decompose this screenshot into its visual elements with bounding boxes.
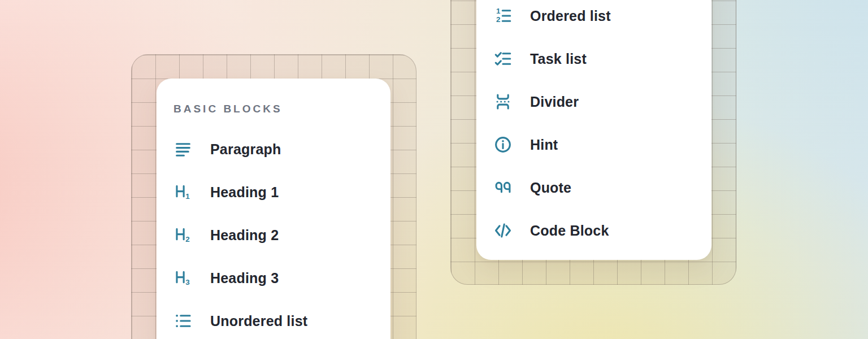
- menu-item-divider[interactable]: Divider: [493, 80, 711, 123]
- quote-icon: [493, 178, 513, 197]
- menu-item-heading-3[interactable]: 3Heading 3: [173, 257, 390, 299]
- ordered-list-icon: 12: [493, 6, 513, 25]
- section-header-basic-blocks: BASIC BLOCKS: [173, 101, 390, 117]
- menu-item-label: Heading 1: [210, 184, 279, 201]
- menu-item-label: Ordered list: [530, 8, 611, 24]
- heading-2-icon: 2: [173, 225, 193, 245]
- heading-1-icon: 1: [173, 182, 193, 202]
- svg-text:1: 1: [185, 192, 190, 201]
- menu-item-ordered-list[interactable]: 12Ordered list: [493, 0, 711, 37]
- menu-item-heading-1[interactable]: 1Heading 1: [173, 171, 390, 214]
- unordered-list-icon: [173, 311, 193, 331]
- menu-item-label: Divider: [530, 94, 579, 110]
- svg-text:3: 3: [185, 278, 189, 286]
- menu-item-unordered-list[interactable]: Unordered list: [173, 299, 390, 339]
- heading-3-icon: 3: [173, 268, 193, 288]
- menu-item-label: Paragraph: [210, 141, 281, 158]
- basic-blocks-menu: BASIC BLOCKS Paragraph1Heading 12Heading…: [157, 79, 390, 339]
- svg-text:2: 2: [496, 15, 500, 24]
- paragraph-icon: [173, 140, 193, 159]
- menu-item-paragraph[interactable]: Paragraph: [173, 128, 390, 171]
- menu-item-heading-2[interactable]: 2Heading 2: [173, 214, 390, 257]
- menu-item-label: Code Block: [530, 223, 609, 239]
- menu-item-task-list[interactable]: Task list: [493, 37, 711, 80]
- menu-items-list: Paragraph1Heading 12Heading 23Heading 3U…: [173, 128, 390, 339]
- menu-item-label: Unordered list: [210, 313, 307, 329]
- code-block-icon: [493, 221, 513, 240]
- menu-item-label: Hint: [530, 137, 558, 153]
- page-background: { "colors":{ "accent_teal":"#2e7f9c", "t…: [0, 0, 868, 339]
- menu-item-label: Heading 2: [210, 227, 279, 244]
- menu-item-label: Task list: [530, 51, 587, 67]
- menu-items-list: 12Ordered listTask listDividerHintQuoteC…: [493, 0, 711, 252]
- menu-item-label: Quote: [530, 180, 571, 196]
- divider-icon: [493, 92, 513, 111]
- hint-icon: [493, 135, 513, 154]
- menu-item-quote[interactable]: Quote: [493, 166, 711, 209]
- svg-text:1: 1: [496, 7, 501, 15]
- menu-item-code-block[interactable]: Code Block: [493, 209, 711, 252]
- task-list-icon: [493, 49, 513, 68]
- menu-item-label: Heading 3: [210, 270, 279, 286]
- blocks-menu: 12Ordered listTask listDividerHintQuoteC…: [476, 0, 711, 260]
- svg-text:2: 2: [185, 235, 189, 244]
- menu-item-hint[interactable]: Hint: [493, 123, 711, 166]
